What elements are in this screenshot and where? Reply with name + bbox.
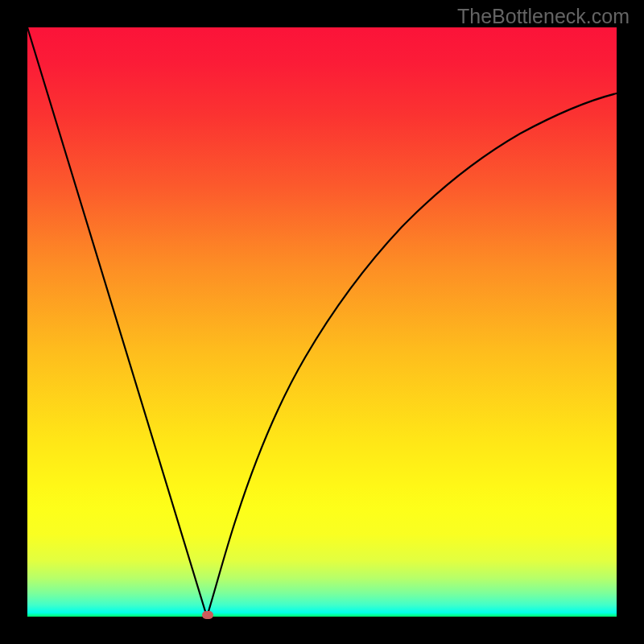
- watermark-text: TheBottleneck.com: [457, 5, 630, 28]
- curve-layer: [27, 27, 617, 617]
- chart-container: TheBottleneck.com: [0, 0, 644, 644]
- optimum-marker: [202, 611, 213, 619]
- bottleneck-left-branch: [27, 27, 207, 617]
- bottleneck-right-branch: [207, 93, 617, 617]
